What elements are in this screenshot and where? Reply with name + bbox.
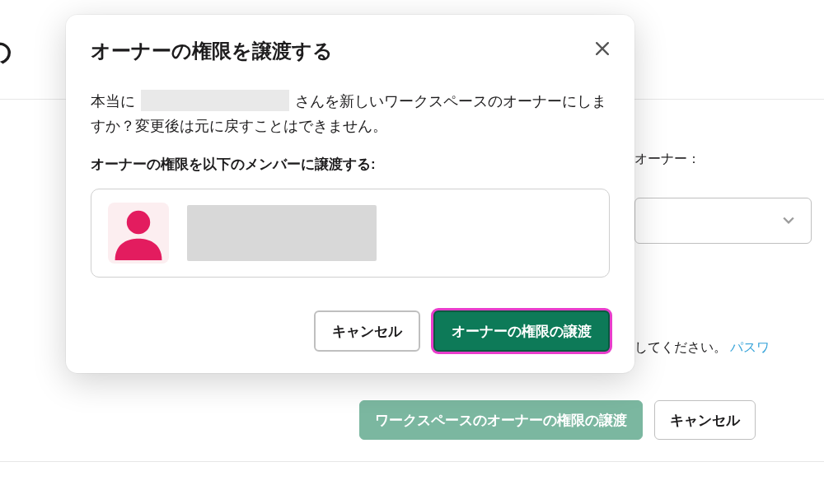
redacted-name-inline bbox=[141, 90, 289, 111]
person-icon bbox=[110, 203, 167, 264]
transfer-owner-dialog: オーナーの権限を譲渡する 本当に さんを新しいワークスペースのオーナーにしますか… bbox=[66, 15, 634, 373]
redacted-name-block bbox=[187, 205, 377, 261]
owner-select[interactable] bbox=[634, 198, 812, 244]
help-text: してください。 パスワ bbox=[634, 339, 770, 357]
chevron-down-icon bbox=[783, 213, 794, 228]
password-link[interactable]: パスワ bbox=[730, 340, 770, 354]
bg-action-row: ワークスペースのオーナーの権限の譲渡 キャンセル bbox=[359, 400, 756, 440]
bg-cancel-button[interactable]: キャンセル bbox=[654, 400, 756, 440]
help-before: してください。 bbox=[634, 340, 727, 354]
cancel-button[interactable]: キャンセル bbox=[314, 310, 420, 352]
dialog-subhead: オーナーの権限を以下のメンバーに譲渡する: bbox=[91, 155, 610, 174]
desc-before: 本当に bbox=[91, 93, 135, 110]
close-icon bbox=[596, 42, 609, 58]
avatar bbox=[108, 203, 169, 264]
dialog-footer: キャンセル オーナーの権限の譲渡 bbox=[91, 310, 610, 352]
owner-label: オーナー： bbox=[634, 151, 700, 168]
confirm-transfer-button[interactable]: オーナーの権限の譲渡 bbox=[433, 310, 610, 352]
member-card bbox=[91, 189, 610, 278]
dialog-description: 本当に さんを新しいワークスペースのオーナーにしますか？変更後は元に戻すことはで… bbox=[91, 89, 610, 138]
dialog-title: オーナーの権限を譲渡する bbox=[91, 38, 610, 64]
close-button[interactable] bbox=[588, 36, 616, 64]
svg-point-0 bbox=[127, 211, 150, 234]
transfer-owner-button-disabled: ワークスペースのオーナーの権限の譲渡 bbox=[359, 400, 643, 440]
divider bbox=[0, 461, 824, 462]
